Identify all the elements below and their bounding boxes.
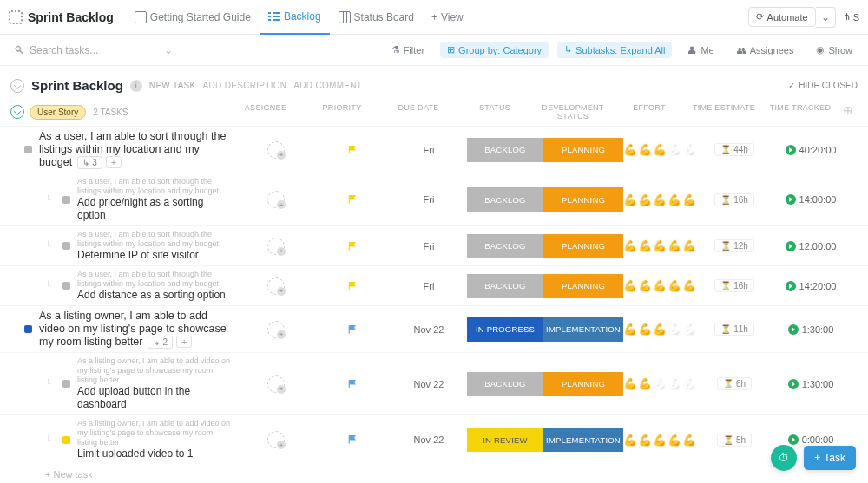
priority-cell[interactable]: [314, 138, 391, 162]
play-icon[interactable]: [786, 145, 796, 155]
status-cell[interactable]: IN PROGRESS: [467, 317, 543, 342]
estimate-cell[interactable]: ⏳6h: [696, 372, 773, 396]
task-title[interactable]: As a listing owner, I am able to add vid…: [39, 310, 227, 348]
priority-cell[interactable]: [314, 274, 391, 298]
priority-cell[interactable]: [314, 187, 391, 212]
priority-cell[interactable]: [314, 372, 391, 396]
filter-button[interactable]: ⚗Filter: [385, 42, 431, 58]
subtasks-button[interactable]: ↳Subtasks: Expand All: [557, 42, 672, 58]
new-task-button[interactable]: + New task: [0, 464, 868, 483]
task-title[interactable]: Add price/night as a sorting option: [77, 196, 203, 221]
add-subtask-button[interactable]: +: [176, 336, 192, 348]
estimate-cell[interactable]: ⏳16h: [696, 274, 773, 298]
effort-cell[interactable]: 💪💪💪💪💪: [623, 428, 696, 452]
assignee-avatar[interactable]: [267, 321, 285, 338]
status-cell[interactable]: IN REVIEW: [467, 428, 543, 452]
task-title[interactable]: Add distance as a sorting option: [77, 289, 226, 301]
play-icon[interactable]: [786, 194, 796, 205]
group-by-button[interactable]: ⊞Group by: Category: [440, 42, 549, 58]
task-title[interactable]: Limit uploaded video to 1: [77, 447, 193, 460]
timer-fab[interactable]: ⏱: [771, 445, 797, 471]
status-cell[interactable]: BACKLOG: [467, 372, 543, 396]
automate-dropdown[interactable]: ⌄: [816, 7, 836, 28]
assignee-cell[interactable]: [238, 234, 314, 258]
show-button[interactable]: ◉Show: [809, 42, 859, 58]
task-row[interactable]: └ As a listing owner, I am able to add v…: [0, 414, 868, 464]
due-date-cell[interactable]: Nov 22: [391, 372, 467, 396]
effort-cell[interactable]: 💪💪💪💪💪: [623, 187, 696, 212]
dev-status-cell[interactable]: IMPLEMENTATION: [543, 428, 623, 452]
assignee-cell[interactable]: [238, 138, 314, 162]
hide-closed-button[interactable]: ✓HIDE CLOSED: [788, 81, 858, 90]
add-column-button[interactable]: ⊕: [838, 103, 858, 121]
play-icon[interactable]: [788, 434, 799, 445]
status-cell[interactable]: BACKLOG: [467, 138, 543, 162]
due-date-cell[interactable]: Fri: [391, 187, 467, 212]
col-assignee[interactable]: ASSIGNEE: [227, 103, 304, 121]
play-icon[interactable]: [788, 379, 799, 389]
tracked-cell[interactable]: 1:30:00: [773, 317, 849, 342]
assignee-avatar[interactable]: [267, 191, 285, 208]
tab-getting-started[interactable]: Getting Started Guide: [126, 0, 260, 35]
status-square[interactable]: [24, 146, 32, 153]
section-collapse-toggle[interactable]: [10, 79, 24, 93]
tracked-cell[interactable]: 12:00:00: [773, 234, 849, 258]
task-row[interactable]: └ As a user, I am able to sort through t…: [0, 225, 868, 265]
assignee-cell[interactable]: [238, 187, 314, 212]
task-row[interactable]: As a user, I am able to sort through the…: [0, 126, 868, 173]
col-effort[interactable]: EFFORT: [613, 103, 686, 121]
estimate-cell[interactable]: ⏳5h: [696, 428, 773, 452]
status-cell[interactable]: BACKLOG: [467, 274, 543, 298]
assignee-cell[interactable]: [238, 317, 314, 342]
assignee-cell[interactable]: [238, 372, 314, 396]
assignee-avatar[interactable]: [267, 238, 285, 255]
subtask-count[interactable]: ↳2: [148, 336, 173, 349]
col-estimate[interactable]: TIME ESTIMATE: [686, 103, 762, 121]
col-status[interactable]: STATUS: [457, 103, 533, 121]
due-date-cell[interactable]: Nov 22: [391, 317, 467, 342]
status-square[interactable]: [62, 436, 70, 444]
due-date-cell[interactable]: Nov 22: [391, 428, 467, 452]
play-icon[interactable]: [786, 241, 796, 251]
status-square[interactable]: [62, 282, 70, 290]
dev-status-cell[interactable]: PLANNING: [543, 274, 623, 298]
tab-status-board[interactable]: Status Board: [330, 0, 423, 35]
add-view-button[interactable]: +View: [423, 11, 472, 23]
info-icon[interactable]: i: [130, 80, 142, 92]
group-badge[interactable]: User Story: [30, 105, 86, 120]
dev-status-cell[interactable]: IMPLEMENTATION: [543, 317, 623, 342]
tracked-cell[interactable]: 14:20:00: [773, 274, 849, 298]
status-square[interactable]: [62, 242, 70, 250]
col-tracked[interactable]: TIME TRACKED: [762, 103, 838, 121]
effort-cell[interactable]: 💪💪💪💪💪: [623, 372, 696, 396]
status-square[interactable]: [62, 196, 70, 204]
status-square[interactable]: [62, 380, 70, 388]
effort-cell[interactable]: 💪💪💪💪💪: [623, 317, 696, 342]
task-row[interactable]: As a listing owner, I am able to add vid…: [0, 305, 868, 352]
due-date-cell[interactable]: Fri: [391, 234, 467, 258]
me-button[interactable]: 👤︎Me: [681, 42, 720, 58]
estimate-cell[interactable]: ⏳16h: [696, 187, 773, 212]
subtask-count[interactable]: ↳3: [77, 156, 102, 169]
task-title[interactable]: Add upload button in the dashboard: [77, 385, 190, 410]
new-task-header-button[interactable]: NEW TASK: [149, 81, 196, 90]
priority-cell[interactable]: [314, 317, 391, 342]
due-date-cell[interactable]: Fri: [391, 274, 467, 298]
task-title[interactable]: As a user, I am able to sort through the…: [39, 130, 226, 168]
add-comment-button[interactable]: ADD COMMENT: [293, 81, 362, 90]
col-dev-status[interactable]: DEVELOPMENT STATUS: [533, 103, 613, 121]
tracked-cell[interactable]: 14:00:00: [773, 187, 849, 212]
add-description-button[interactable]: ADD DESCRIPTION: [203, 81, 287, 90]
tracked-cell[interactable]: 1:30:00: [773, 372, 849, 396]
new-task-fab[interactable]: +Task: [804, 446, 856, 470]
estimate-cell[interactable]: ⏳11h: [696, 317, 773, 342]
status-cell[interactable]: BACKLOG: [467, 187, 543, 212]
task-row[interactable]: └ As a user, I am able to sort through t…: [0, 265, 868, 305]
status-square[interactable]: [24, 325, 32, 333]
task-row[interactable]: └ As a user, I am able to sort through t…: [0, 173, 868, 225]
status-cell[interactable]: BACKLOG: [467, 234, 543, 258]
due-date-cell[interactable]: Fri: [391, 138, 467, 162]
assignee-avatar[interactable]: [267, 375, 285, 393]
dev-status-cell[interactable]: PLANNING: [543, 372, 623, 396]
effort-cell[interactable]: 💪💪💪💪💪: [623, 138, 696, 162]
